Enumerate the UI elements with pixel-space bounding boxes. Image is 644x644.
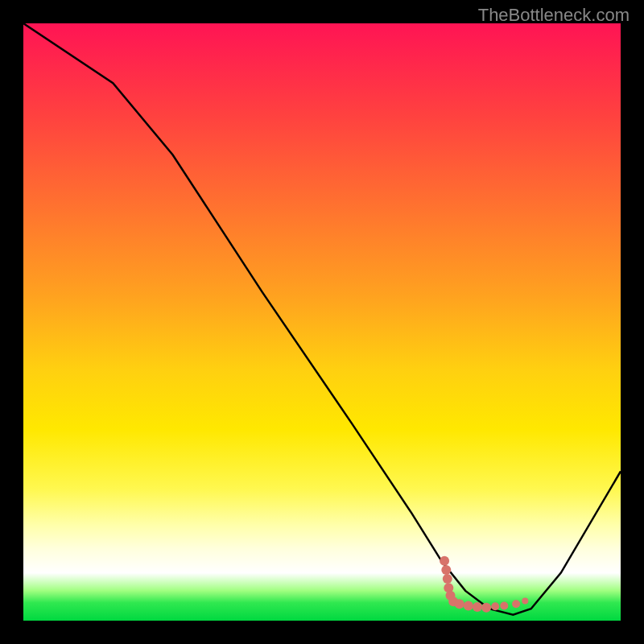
optimal-markers xyxy=(440,556,528,613)
optimal-marker xyxy=(512,600,520,608)
optimal-marker xyxy=(500,602,508,610)
optimal-marker xyxy=(491,602,499,610)
optimal-marker xyxy=(443,574,452,584)
optimal-marker xyxy=(522,598,528,605)
optimal-marker xyxy=(481,603,491,613)
optimal-marker xyxy=(473,602,482,612)
optimal-marker xyxy=(464,601,473,611)
chart-area xyxy=(23,23,621,621)
optimal-marker xyxy=(440,556,449,566)
bottleneck-curve xyxy=(23,23,621,615)
optimal-marker xyxy=(441,565,451,575)
optimal-marker xyxy=(455,599,464,609)
watermark-text: TheBottleneck.com xyxy=(478,5,630,26)
chart-overlay xyxy=(23,23,621,621)
